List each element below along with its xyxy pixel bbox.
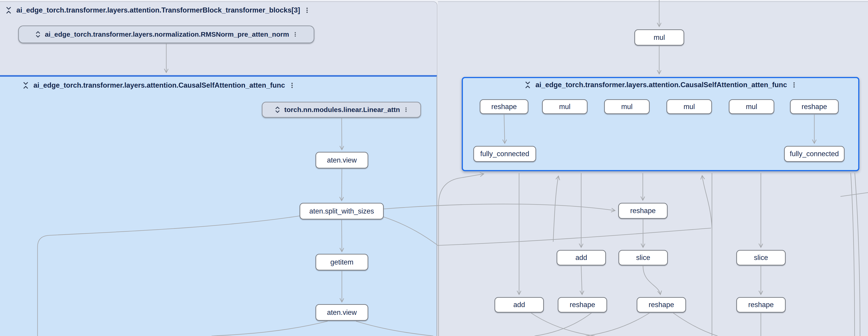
op-node-reshape[interactable]: reshape [790, 99, 839, 114]
collapse-icon[interactable] [22, 81, 30, 89]
op-node-slice[interactable]: slice [736, 250, 786, 265]
group-node-label: torch.nn.modules.linear.Linear_attn [284, 106, 400, 114]
op-label: aten.split_with_sizes [309, 207, 374, 215]
expand-icon[interactable] [274, 106, 281, 113]
edges-layer [0, 0, 868, 336]
op-node-add[interactable]: add [557, 250, 606, 265]
op-label: getitem [330, 258, 353, 267]
op-node-add[interactable]: add [495, 297, 544, 312]
collapse-icon[interactable] [5, 6, 13, 15]
op-node-reshape[interactable]: reshape [637, 297, 686, 312]
op-node-reshape[interactable]: reshape [558, 297, 607, 312]
layer-title: ai_edge_torch.transformer.layers.attenti… [535, 81, 787, 89]
left-panel-header: ai_edge_torch.transformer.layers.attenti… [22, 80, 296, 91]
op-label: reshape [748, 301, 774, 309]
overflow-menu-icon[interactable] [403, 106, 409, 114]
op-label: fully_connected [790, 150, 839, 158]
op-label: reshape [630, 207, 656, 215]
op-label: mul [559, 103, 570, 111]
layer-title: ai_edge_torch.transformer.layers.attenti… [33, 81, 285, 89]
overflow-menu-icon[interactable] [289, 81, 296, 90]
op-node-reshape[interactable]: reshape [736, 297, 786, 312]
op-node-aten-split-with-sizes[interactable]: aten.split_with_sizes [300, 203, 384, 220]
op-node-mul[interactable]: mul [634, 29, 684, 46]
op-label: add [514, 301, 525, 309]
op-node-mul[interactable]: mul [666, 99, 712, 114]
overflow-menu-icon[interactable] [304, 6, 310, 15]
op-label: slice [754, 254, 768, 262]
op-label: fully_connected [480, 150, 529, 158]
op-label: aten.view [327, 308, 357, 317]
op-label: reshape [802, 103, 827, 111]
op-label: reshape [491, 103, 517, 111]
expand-icon[interactable] [34, 31, 42, 38]
op-node-aten-view[interactable]: aten.view [315, 304, 368, 321]
op-label: mul [684, 103, 695, 111]
transformer-block-header: ai_edge_torch.transformer.layers.attenti… [5, 5, 310, 16]
op-node-mul[interactable]: mul [604, 99, 650, 114]
op-label: mul [654, 33, 665, 41]
collapse-icon[interactable] [524, 81, 532, 89]
group-node-rmsnorm[interactable]: ai_edge_torch.transformer.layers.normali… [18, 26, 314, 43]
op-node-mul[interactable]: mul [729, 99, 774, 114]
op-label: add [576, 254, 587, 262]
op-label: reshape [649, 301, 674, 309]
group-title: ai_edge_torch.transformer.layers.attenti… [17, 6, 300, 15]
op-label: aten.view [327, 156, 357, 164]
op-label: slice [636, 254, 650, 262]
group-node-label: ai_edge_torch.transformer.layers.normali… [45, 30, 289, 38]
op-node-reshape[interactable]: reshape [618, 203, 668, 219]
op-node-reshape[interactable]: reshape [480, 99, 528, 114]
op-node-fully-connected[interactable]: fully_connected [473, 146, 536, 162]
overflow-menu-icon[interactable] [790, 81, 798, 89]
op-label: reshape [569, 301, 595, 309]
op-node-fully-connected[interactable]: fully_connected [784, 146, 844, 162]
op-node-getitem[interactable]: getitem [315, 254, 368, 271]
group-node-linear-attn[interactable]: torch.nn.modules.linear.Linear_attn [262, 102, 421, 118]
op-node-aten-view[interactable]: aten.view [315, 152, 368, 168]
overflow-menu-icon[interactable] [292, 30, 298, 38]
op-node-slice[interactable]: slice [618, 250, 668, 265]
op-node-mul[interactable]: mul [542, 99, 588, 114]
edge-group [37, 0, 868, 336]
op-label: mul [746, 103, 757, 111]
op-label: mul [621, 103, 632, 111]
right-panel-header: ai_edge_torch.transformer.layers.attenti… [462, 80, 859, 90]
